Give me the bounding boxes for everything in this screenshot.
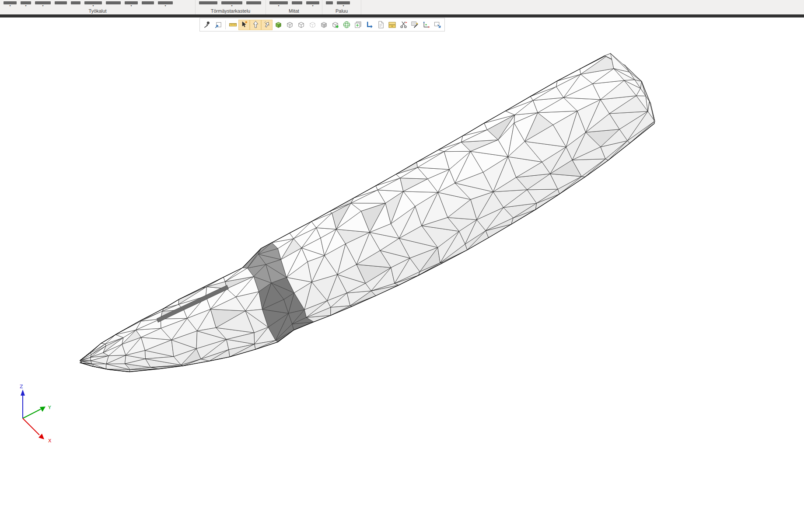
ribbon-button-truncated[interactable]: ▾ [337, 1, 350, 7]
truncated-text [55, 1, 67, 4]
axis-triad: Z Y X [20, 384, 52, 444]
ribbon-button-truncated[interactable] [326, 1, 333, 4]
ribbon-button-truncated[interactable]: ▾ [306, 1, 319, 7]
dropdown-caret-icon: ▾ [343, 5, 344, 7]
sphere-icon [343, 21, 351, 29]
truncated-text [125, 1, 138, 4]
truncated-text [3, 1, 17, 4]
y-axis-line [23, 409, 41, 418]
view-wireframe-button[interactable] [284, 20, 295, 30]
toolbar-separator [225, 21, 226, 29]
view-solid-button[interactable] [273, 20, 284, 30]
pickpoint-icon [240, 21, 248, 29]
ribbon-group-label-tormaystarkastelu: Törmäystarkastelu [196, 8, 266, 14]
truncated-text [35, 1, 51, 4]
snap-point-button[interactable] [238, 20, 250, 30]
duplicate-model-button[interactable] [352, 20, 364, 30]
cube_hidden-icon [297, 21, 305, 29]
dropdown-caret-icon: ▾ [231, 5, 232, 7]
ribbon-button-truncated[interactable] [55, 1, 67, 4]
3d-viewport[interactable]: Z Y X [0, 0, 804, 532]
ribbon-button-truncated[interactable] [199, 1, 217, 4]
cut-icon [399, 21, 408, 29]
cube_wire-icon [286, 21, 294, 29]
truncated-text [306, 1, 319, 4]
ribbon-group-label-mitat: Mitat [266, 8, 322, 14]
truncated-text [106, 1, 121, 4]
pin-icon [203, 21, 211, 29]
ribbon-divider [0, 14, 804, 17]
truncated-text [326, 1, 333, 4]
view-transparent-button[interactable] [307, 20, 318, 30]
application-window: { "ribbon": { "caret_glyph": "▾", "group… [0, 0, 804, 532]
view-hidden-edges-button[interactable] [295, 20, 307, 30]
z-axis-arrow [21, 389, 25, 396]
rotate-handle-button[interactable] [261, 20, 273, 30]
axes-icon [422, 21, 430, 29]
cube_dashed-icon [308, 21, 317, 29]
move-vertical-button[interactable] [250, 20, 261, 30]
ribbon-button-truncated[interactable]: ▾ [125, 1, 138, 7]
ribbon-button-truncated[interactable]: ▾ [3, 1, 17, 7]
ribbon-button-truncated[interactable] [142, 1, 154, 4]
cube_shaded-icon [320, 21, 328, 29]
y-axis-label: Y [48, 405, 51, 410]
ribbon-button-truncated[interactable]: ▾ [21, 1, 31, 7]
ruler-icon [229, 21, 237, 29]
ribbon-button-truncated[interactable] [292, 1, 302, 4]
knife-mesh-model[interactable] [80, 53, 655, 372]
mesh-density-button[interactable] [341, 20, 352, 30]
ribbon-button-truncated[interactable]: ▾ [269, 1, 288, 7]
pickvert-icon [252, 21, 260, 29]
doc-icon [377, 21, 385, 29]
measure-ruler-button[interactable] [227, 20, 238, 30]
archive-drawer-button[interactable] [386, 20, 398, 30]
truncated-text [337, 1, 350, 4]
ribbon-button-truncated[interactable]: ▾ [35, 1, 51, 7]
ribbon-group-paluu: ▾ Paluu [322, 0, 361, 14]
truncated-text [269, 1, 288, 4]
ribbon: ▾▾▾▾▾▾ Työkalut ▾ Törmäystarkastelu ▾▾ M… [0, 0, 804, 14]
ribbon-button-truncated[interactable]: ▾ [84, 1, 102, 7]
ribbon-group-tormaystarkastelu: ▾ Törmäystarkastelu [196, 0, 266, 14]
floating-toolbar [199, 18, 445, 31]
truncated-text [158, 1, 173, 4]
view-snap-points-button[interactable] [329, 20, 341, 30]
ribbon-group-tyokalut: ▾▾▾▾▾▾ Työkalut [0, 0, 196, 14]
export-view-button[interactable] [432, 20, 443, 30]
cube_solid-icon [274, 21, 283, 29]
exportview-icon [433, 21, 442, 29]
fit-selection-button[interactable] [213, 20, 224, 30]
truncated-text [199, 1, 217, 4]
ribbon-button-truncated[interactable]: ▾ [221, 1, 242, 7]
cut-mesh-button[interactable] [398, 20, 409, 30]
coordinate-plot-button[interactable] [420, 20, 432, 30]
truncated-text [71, 1, 80, 4]
view-shaded-button[interactable] [318, 20, 329, 30]
truncated-text [246, 1, 261, 4]
truncated-text [84, 1, 102, 4]
wandtable-icon [411, 21, 419, 29]
ribbon-group-label-paluu: Paluu [322, 8, 361, 14]
drawer-icon [388, 21, 396, 29]
ribbon-button-truncated[interactable] [246, 1, 261, 4]
dropdown-caret-icon: ▾ [312, 5, 313, 7]
fit-icon [214, 21, 223, 29]
pin-button[interactable] [201, 20, 213, 30]
ribbon-button-truncated[interactable] [71, 1, 80, 4]
cube_dot-icon [331, 21, 339, 29]
repair-table-button[interactable] [409, 20, 420, 30]
truncated-text [142, 1, 154, 4]
dropdown-caret-icon: ▾ [130, 5, 132, 7]
notes-document-button[interactable] [375, 20, 386, 30]
bluel-icon [365, 21, 374, 29]
ribbon-button-truncated[interactable] [106, 1, 121, 4]
dropdown-caret-icon: ▾ [278, 5, 279, 7]
ribbon-button-truncated[interactable]: ▾ [158, 1, 173, 7]
dropdown-caret-icon: ▾ [9, 5, 10, 7]
polyline-export-button[interactable] [364, 20, 375, 30]
ribbon-group-label-tyokalut: Työkalut [0, 8, 195, 14]
pickrot-icon [263, 21, 271, 29]
x-axis-line [23, 418, 39, 435]
ribbon-group-mitat: ▾▾ Mitat [266, 0, 322, 14]
